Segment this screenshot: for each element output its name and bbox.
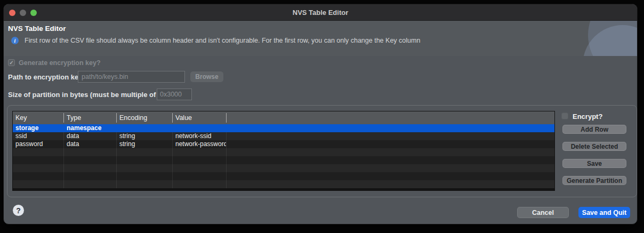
cell-value[interactable]: network-ssid xyxy=(173,132,227,140)
cell-filler xyxy=(227,132,554,140)
cell-filler xyxy=(227,156,554,164)
save-and-quit-button[interactable]: Save and Quit xyxy=(578,207,630,218)
cell-key[interactable] xyxy=(13,172,64,180)
generate-partition-button[interactable]: Generate Partition xyxy=(562,176,626,185)
path-label: Path to encryption key: xyxy=(8,73,85,81)
window-title: NVS Table Editor xyxy=(4,9,637,17)
column-header-filler xyxy=(227,113,554,123)
cancel-button[interactable]: Cancel xyxy=(517,207,569,218)
decorative-arcs xyxy=(568,21,637,56)
partition-size-input[interactable] xyxy=(157,89,192,100)
dialog-title: NVS Table Editor xyxy=(8,25,66,33)
cell-encoding[interactable] xyxy=(117,180,173,188)
table-row[interactable] xyxy=(13,180,554,188)
cell-value[interactable] xyxy=(173,180,227,188)
table-row[interactable] xyxy=(13,172,554,180)
cell-value[interactable] xyxy=(173,164,227,172)
table-bottom-strip xyxy=(13,188,554,191)
cell-filler xyxy=(227,148,554,156)
column-header-encoding[interactable]: Encoding xyxy=(117,113,173,123)
table-row[interactable] xyxy=(13,156,554,164)
cell-encoding[interactable] xyxy=(117,124,173,132)
cell-key[interactable] xyxy=(13,148,64,156)
cell-type[interactable] xyxy=(64,148,117,156)
nvs-table[interactable]: Key Type Encoding Value storagenamespace… xyxy=(12,111,555,191)
cell-key[interactable] xyxy=(13,156,64,164)
cell-type[interactable]: data xyxy=(64,132,117,140)
cell-type[interactable] xyxy=(64,172,117,180)
encrypt-label: Encrypt? xyxy=(573,113,602,120)
cell-type[interactable] xyxy=(64,156,117,164)
cell-type[interactable] xyxy=(64,180,117,188)
table-row[interactable] xyxy=(13,148,554,156)
screenshot-stage: NVS Table Editor NVS Table Editor i Firs… xyxy=(0,0,644,233)
nvs-table-editor-window: NVS Table Editor NVS Table Editor i Firs… xyxy=(3,4,638,224)
table-row[interactable]: storagenamespace xyxy=(13,124,554,132)
generate-key-checkbox[interactable]: ✓ xyxy=(8,59,15,66)
cell-value[interactable] xyxy=(173,124,227,132)
browse-button[interactable]: Browse xyxy=(190,71,223,82)
titlebar: NVS Table Editor xyxy=(4,4,637,21)
table-header-row: Key Type Encoding Value xyxy=(13,111,554,124)
info-row: i First row of the CSV file should alway… xyxy=(11,35,420,46)
cell-value[interactable] xyxy=(173,172,227,180)
cell-value[interactable] xyxy=(173,148,227,156)
cell-filler xyxy=(227,172,554,180)
generate-key-label: Generate encryption key? xyxy=(19,59,101,67)
cell-encoding[interactable] xyxy=(117,164,173,172)
column-header-type[interactable]: Type xyxy=(64,113,117,123)
cell-encoding[interactable] xyxy=(117,148,173,156)
cell-type[interactable]: namespace xyxy=(64,124,117,132)
cell-encoding[interactable] xyxy=(117,172,173,180)
encrypt-checkbox[interactable] xyxy=(561,113,568,119)
cell-value[interactable] xyxy=(173,156,227,164)
table-row[interactable]: ssiddatastringnetwork-ssid xyxy=(13,132,554,140)
cell-type[interactable] xyxy=(64,164,117,172)
cell-filler xyxy=(227,180,554,188)
table-row[interactable]: passworddatastringnetwork-password xyxy=(13,140,554,148)
encryption-key-path-input[interactable] xyxy=(78,71,185,83)
cell-encoding[interactable]: string xyxy=(117,140,173,148)
save-button[interactable]: Save xyxy=(562,159,626,168)
info-icon: i xyxy=(11,37,19,44)
partition-size-label: Size of partition in bytes (must be mult… xyxy=(8,91,175,99)
add-row-button[interactable]: Add Row xyxy=(562,125,626,134)
cell-key[interactable] xyxy=(13,164,64,172)
cell-key[interactable] xyxy=(13,180,64,188)
column-header-key[interactable]: Key xyxy=(13,113,64,123)
table-row[interactable] xyxy=(13,164,554,172)
cell-filler xyxy=(227,164,554,172)
dialog-header: NVS Table Editor i First row of the CSV … xyxy=(4,21,637,56)
cell-key[interactable]: password xyxy=(13,140,64,148)
cell-key[interactable]: storage xyxy=(13,124,64,132)
cell-type[interactable]: data xyxy=(64,140,117,148)
cell-encoding[interactable] xyxy=(117,156,173,164)
cell-value[interactable]: network-password xyxy=(173,140,227,148)
cell-filler xyxy=(227,140,554,148)
column-header-value[interactable]: Value xyxy=(173,113,227,123)
cell-encoding[interactable]: string xyxy=(117,132,173,140)
info-message: First row of the CSV file should always … xyxy=(25,37,420,44)
cell-filler xyxy=(227,124,554,132)
cell-key[interactable]: ssid xyxy=(13,132,64,140)
help-button[interactable]: ? xyxy=(13,205,24,216)
delete-selected-button[interactable]: Delete Selected xyxy=(562,142,626,151)
table-body: storagenamespacessiddatastringnetwork-ss… xyxy=(13,124,554,188)
